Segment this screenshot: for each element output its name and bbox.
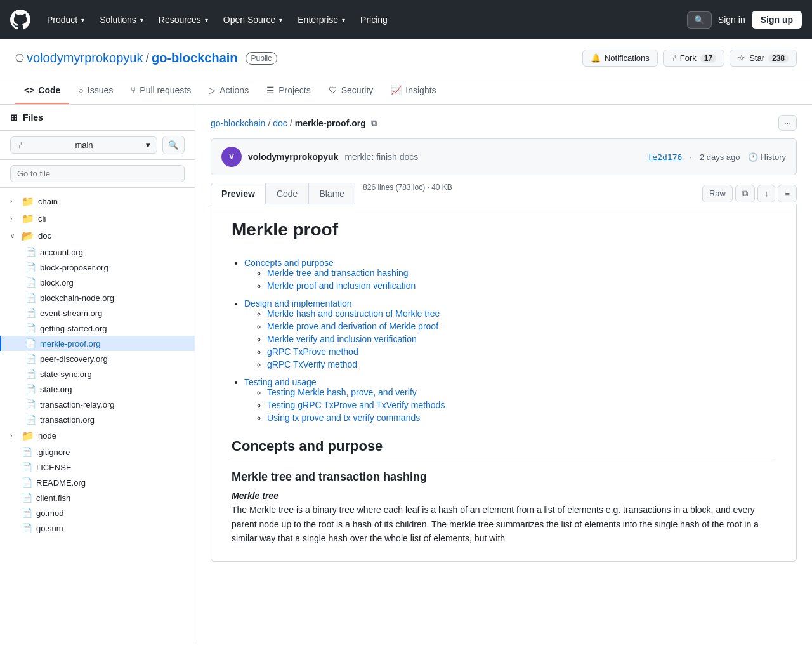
- tree-item-block-proposer-org[interactable]: 📄 block-proposer.org: [0, 260, 195, 275]
- tree-item-block-org[interactable]: 📄 block.org: [0, 275, 195, 290]
- star-button[interactable]: ☆ Star 238: [730, 50, 797, 67]
- toc-link-concepts[interactable]: Concepts and purpose: [244, 258, 334, 268]
- branch-dropdown[interactable]: ⑂ main ▾: [10, 136, 157, 154]
- tree-item-merkle-proof-org[interactable]: 📄 merkle-proof.org: [0, 336, 195, 351]
- tree-item-transaction-relay-org[interactable]: 📄 transaction-relay.org: [0, 397, 195, 412]
- tab-insights[interactable]: 📈 Insights: [382, 77, 445, 104]
- toc-link-using-tx[interactable]: Using tx prove and tx verify commands: [267, 413, 420, 423]
- main-content: ⊞ Files ⑂ main ▾ 🔍 › 📁 chain: [0, 105, 812, 641]
- signin-link[interactable]: Sign in: [718, 15, 745, 25]
- open-source-chevron: ▾: [279, 17, 282, 23]
- star-count: 238: [768, 54, 789, 63]
- tree-item-license[interactable]: 📄 LICENSE: [0, 460, 195, 475]
- signup-button[interactable]: Sign up: [752, 11, 802, 29]
- fork-label: Fork: [680, 53, 697, 63]
- tree-item-label: README.org: [36, 478, 86, 488]
- path-sep2: /: [290, 118, 292, 128]
- tree-item-account-org[interactable]: 📄 account.org: [0, 244, 195, 260]
- tree-item-doc[interactable]: ∨ 📂 doc: [0, 227, 195, 244]
- nav-open-source[interactable]: Open Source ▾: [217, 11, 289, 29]
- tree-item-label: block-proposer.org: [40, 263, 108, 272]
- tab-actions[interactable]: ▷ Actions: [200, 77, 258, 104]
- tree-item-node[interactable]: › 📁 node: [0, 427, 195, 444]
- toc-link-merkle-hash[interactable]: Merkle hash and construction of Merkle t…: [267, 308, 440, 319]
- search-button[interactable]: 🔍: [687, 11, 712, 29]
- nav-resources[interactable]: Resources ▾: [152, 11, 214, 29]
- copy-file-button[interactable]: ⧉: [735, 185, 755, 202]
- tree-item-chain[interactable]: › 📁 chain: [0, 193, 195, 210]
- expand-arrow: ∨: [10, 232, 18, 239]
- tab-security[interactable]: 🛡 Security: [320, 77, 383, 104]
- file-icon: 📄: [25, 415, 36, 425]
- nav-product[interactable]: Product ▾: [41, 11, 91, 29]
- tree-item-go-sum[interactable]: 📄 go.sum: [0, 521, 195, 536]
- path-sep1: /: [268, 118, 270, 128]
- toc-button[interactable]: ≡: [778, 185, 797, 202]
- tree-item-cli[interactable]: › 📁 cli: [0, 210, 195, 227]
- folder-icon: 📂: [22, 230, 34, 242]
- tree-item-readme-org[interactable]: 📄 README.org: [0, 475, 195, 490]
- go-to-file-input[interactable]: [10, 165, 185, 182]
- file-sidebar: ⊞ Files ⑂ main ▾ 🔍 › 📁 chain: [0, 105, 195, 641]
- file-meta: 826 lines (783 loc) · 40 KB: [355, 183, 460, 204]
- repo-name-link[interactable]: go-blockchain: [152, 51, 238, 65]
- repo-owner-link[interactable]: volodymyrprokopyuk: [27, 51, 143, 65]
- nav-enterprise[interactable]: Enterprise ▾: [291, 11, 351, 29]
- tree-item-event-stream-org[interactable]: 📄 event-stream.org: [0, 305, 195, 321]
- file-icon: 📄: [25, 262, 36, 272]
- notifications-button[interactable]: 🔔 Notifications: [582, 50, 658, 67]
- tab-code[interactable]: Code: [266, 183, 308, 204]
- tree-item-getting-started-org[interactable]: 📄 getting-started.org: [0, 321, 195, 336]
- nav-solutions[interactable]: Solutions ▾: [93, 11, 150, 29]
- toc-link-testing-merkle[interactable]: Testing Merkle hash, prove, and verify: [267, 387, 417, 397]
- tree-item-blockchain-node-org[interactable]: 📄 blockchain-node.org: [0, 290, 195, 305]
- tree-item-label: go.mod: [36, 508, 63, 518]
- fork-button[interactable]: ⑂ Fork 17: [663, 50, 724, 67]
- issues-tab-icon: ○: [78, 85, 83, 95]
- tree-item-peer-discovery-org[interactable]: 📄 peer-discovery.org: [0, 351, 195, 366]
- tab-preview[interactable]: Preview: [211, 183, 266, 204]
- github-logo[interactable]: [10, 10, 30, 30]
- toc-link-testing-grpc[interactable]: Testing gRPC TxProve and TxVerify method…: [267, 400, 445, 410]
- tree-item-go-mod[interactable]: 📄 go.mod: [0, 505, 195, 521]
- history-button[interactable]: 🕐 History: [748, 152, 786, 162]
- file-search-button[interactable]: 🔍: [162, 136, 185, 154]
- raw-button[interactable]: Raw: [702, 185, 733, 202]
- path-doc-link[interactable]: doc: [273, 118, 287, 128]
- toc-link-grpc-txprove[interactable]: gRPC TxProve method: [267, 347, 358, 357]
- tree-item-client-fish[interactable]: 📄 client.fish: [0, 490, 195, 505]
- toc-link-merkle-proof-inclusion[interactable]: Merkle proof and inclusion verification: [267, 281, 416, 291]
- tree-item-state-sync-org[interactable]: 📄 state-sync.org: [0, 366, 195, 381]
- toc-link-merkle-tree-hashing[interactable]: Merkle tree and transaction hashing: [267, 268, 409, 278]
- tab-pull-requests[interactable]: ⑂ Pull requests: [122, 77, 200, 104]
- copy-path-button[interactable]: ⧉: [369, 116, 379, 131]
- file-icon: 📄: [22, 462, 32, 472]
- nav-pricing[interactable]: Pricing: [354, 11, 394, 29]
- toc-link-design[interactable]: Design and implementation: [244, 298, 352, 308]
- tab-blame[interactable]: Blame: [308, 183, 355, 204]
- toc-link-testing[interactable]: Testing and usage: [244, 377, 317, 387]
- top-nav: Product ▾ Solutions ▾ Resources ▾ Open S…: [0, 0, 812, 39]
- tab-issues[interactable]: ○ Issues: [69, 77, 122, 104]
- merkle-tree-bold-label: Merkle tree: [232, 489, 776, 503]
- doc-title: Merkle proof: [232, 220, 776, 245]
- toc-link-merkle-prove[interactable]: Merkle prove and derivation of Merkle pr…: [267, 321, 438, 331]
- commit-left: V volodymyrprokopyuk merkle: finish docs: [221, 147, 418, 167]
- commit-hash-link[interactable]: fe2d176: [648, 152, 683, 162]
- toc-link-grpc-txverify[interactable]: gRPC TxVerify method: [267, 359, 357, 369]
- tree-item-gitignore[interactable]: 📄 .gitignore: [0, 444, 195, 460]
- download-button[interactable]: ↓: [757, 185, 776, 202]
- more-options-button[interactable]: ···: [778, 115, 797, 131]
- tree-item-label: cli: [38, 214, 46, 223]
- tab-projects[interactable]: ☰ Projects: [258, 77, 320, 104]
- tree-item-label: blockchain-node.org: [40, 293, 114, 303]
- commit-message: merkle: finish docs: [344, 152, 418, 162]
- tree-item-state-org[interactable]: 📄 state.org: [0, 381, 195, 397]
- tree-item-transaction-org[interactable]: 📄 transaction.org: [0, 412, 195, 427]
- search-sidebar-icon: 🔍: [168, 140, 179, 150]
- commit-author[interactable]: volodymyrprokopyuk: [248, 152, 338, 162]
- toc-link-merkle-verify[interactable]: Merkle verify and inclusion verification: [267, 334, 417, 344]
- path-repo-link[interactable]: go-blockchain: [211, 118, 265, 128]
- tab-code[interactable]: <> Code: [15, 77, 69, 104]
- pr-tab-icon: ⑂: [131, 85, 136, 95]
